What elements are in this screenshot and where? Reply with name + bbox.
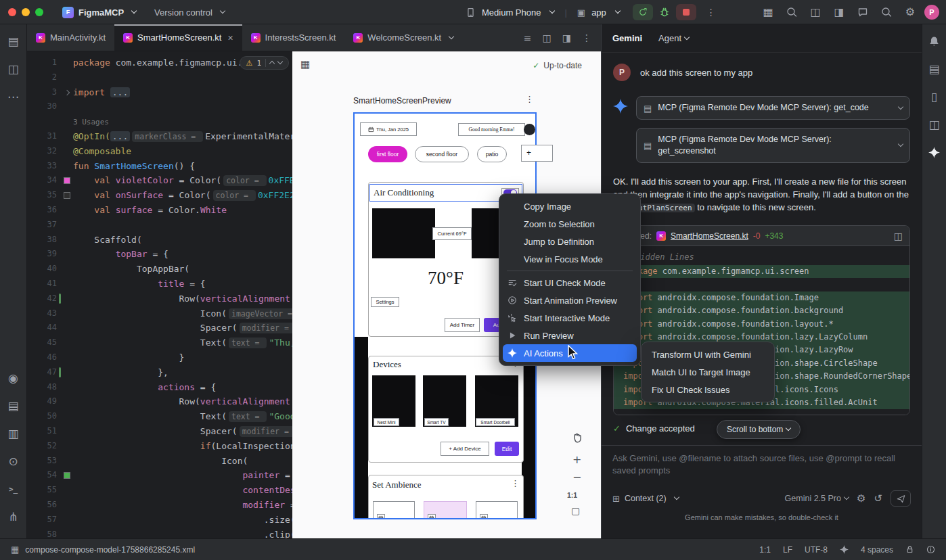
- search-everywhere-icon[interactable]: [880, 6, 893, 18]
- vcs-menu[interactable]: Version control: [154, 0, 225, 24]
- fold-expand-icon[interactable]: [64, 89, 70, 95]
- agent-selector[interactable]: Agent: [658, 33, 689, 43]
- more-actions-icon[interactable]: ⋮: [706, 7, 716, 17]
- tab-smarthomescreen-kt[interactable]: KSmartHomeScreen.kt×: [114, 24, 242, 51]
- code-line[interactable]: 44 Spacer(modifier = Modifier: [27, 321, 292, 335]
- layers-icon[interactable]: ▤: [3, 396, 24, 416]
- gemini-status-icon[interactable]: [840, 545, 849, 554]
- zoom-ratio-button[interactable]: 1:1: [567, 491, 577, 499]
- run-config-selector[interactable]: app: [591, 7, 606, 18]
- status-indent[interactable]: 4 spaces: [861, 545, 893, 555]
- menu-item-zoom-to-selection[interactable]: Zoom to Selection: [503, 215, 637, 233]
- status-zoom[interactable]: 1:1: [759, 545, 771, 555]
- settings-gear-icon[interactable]: ⚙: [904, 6, 916, 18]
- build-icon[interactable]: ▥: [3, 423, 24, 444]
- settings-gear-icon[interactable]: ⚙: [857, 494, 865, 504]
- feedback-chat-icon[interactable]: [857, 6, 869, 18]
- rerun-button[interactable]: [633, 4, 653, 20]
- menu-item-copy-image[interactable]: Copy Image: [503, 197, 637, 215]
- created-filename-link[interactable]: SmartHomeScreen.kt: [671, 231, 748, 241]
- code-line[interactable]: 56 modifier = Modifier: [27, 498, 292, 513]
- code-line[interactable]: 43 Icon(imageVector = Icons.Default: [27, 306, 292, 321]
- code-line[interactable]: 45 Text(text = "Thu, Jan 2025": [27, 335, 292, 350]
- color-swatch[interactable]: [64, 177, 70, 184]
- status-encoding[interactable]: UTF-8: [805, 545, 828, 555]
- scroll-to-bottom-button[interactable]: Scroll to bottom: [717, 420, 801, 439]
- tab-options-kebab-icon[interactable]: ⋮: [582, 33, 591, 43]
- preview-options-kebab-icon[interactable]: ⋮: [525, 95, 534, 103]
- close-tab-icon[interactable]: ×: [227, 32, 233, 43]
- problems-icon[interactable]: ⊙: [3, 451, 24, 471]
- code-line[interactable]: 37: [27, 218, 292, 233]
- tab-interestsscreen-kt[interactable]: KInterestsScreen.kt: [242, 24, 345, 51]
- tool-call-chip[interactable]: ▤MCP (Figma Remote Dev Mode MCP Server):…: [636, 96, 910, 120]
- settings-label[interactable]: Settings: [371, 297, 399, 307]
- menu-item-start-ui-check-mode[interactable]: Start UI Check Mode: [503, 274, 637, 291]
- lock-icon[interactable]: [905, 545, 914, 554]
- prev-problem-icon[interactable]: [269, 61, 275, 66]
- preview-sync-status[interactable]: ✓ Up-to-date: [533, 61, 582, 70]
- zoom-in-button[interactable]: +: [572, 454, 581, 465]
- close-window-button[interactable]: [8, 8, 16, 16]
- editor-list-icon[interactable]: ≡: [524, 33, 532, 43]
- tab-mainactivity-kt[interactable]: KMainActivity.kt: [27, 24, 114, 51]
- menu-item-view-in-focus-mode[interactable]: View in Focus Mode: [503, 250, 637, 268]
- menu-item-jump-to-definition[interactable]: Jump to Definition: [503, 233, 637, 250]
- gemini-tab[interactable]: Gemini: [612, 33, 642, 43]
- tool-call-chip[interactable]: ▤MCP (Figma Remote Dev Mode MCP Server):…: [636, 128, 910, 163]
- next-problem-icon[interactable]: [277, 59, 283, 64]
- inspections-widget[interactable]: ⚠ 1: [240, 56, 290, 70]
- code-line[interactable]: 2: [27, 70, 292, 85]
- code-line[interactable]: 57 .size(48.dp): [27, 513, 292, 528]
- commit-icon[interactable]: ◉: [3, 368, 24, 388]
- zoom-out-button[interactable]: −: [572, 472, 581, 483]
- menu-item-transform-ui-with-gemini[interactable]: Transform UI with Gemini: [645, 346, 771, 363]
- project-folder-icon[interactable]: ▤: [3, 31, 24, 51]
- stop-button[interactable]: [676, 4, 696, 20]
- code-line[interactable]: 38 Scaffold(: [27, 233, 292, 248]
- minimize-window-button[interactable]: [22, 8, 30, 16]
- more-tools-icon[interactable]: ⋯: [3, 87, 24, 107]
- tab-welcomescreen-kt[interactable]: KWelcomeScreen.kt: [344, 24, 462, 51]
- gemini-icon[interactable]: [924, 142, 945, 162]
- menu-item-start-animation-preview[interactable]: Start Animation Preview: [503, 291, 637, 309]
- layout-grid-icon[interactable]: ▦: [762, 6, 774, 18]
- add-timer-button[interactable]: Add Timer: [445, 318, 480, 332]
- notifications-icon[interactable]: [924, 31, 945, 51]
- code-line[interactable]: 34 val violetColor = Color(color = 0xFFB…: [27, 173, 292, 188]
- pull-requests-icon[interactable]: ◫: [3, 59, 24, 79]
- code-line[interactable]: 30: [27, 99, 292, 114]
- edit-button[interactable]: Edit: [495, 442, 519, 456]
- chip-first-floor[interactable]: first floor: [368, 146, 407, 162]
- code-line[interactable]: 3import ...: [27, 85, 292, 100]
- code-line[interactable]: 39 topBar = {: [27, 247, 292, 262]
- code-line[interactable]: 48 actions = {: [27, 380, 292, 395]
- code-line[interactable]: 33fun SmartHomeScreen() {: [27, 159, 292, 174]
- menu-item-run-preview[interactable]: Run Preview: [503, 327, 637, 344]
- code-line[interactable]: 52 if(LocalInspectionMode.current) {: [27, 439, 292, 454]
- menu-item-start-interactive-mode[interactable]: Start Interactive Mode: [503, 309, 637, 327]
- ambience-card[interactable]: [373, 501, 415, 519]
- code-line[interactable]: 46 }: [27, 350, 292, 365]
- zoom-fit-icon[interactable]: ▢: [571, 506, 580, 515]
- code-line[interactable]: 47 },: [27, 365, 292, 380]
- expand-chevron-icon[interactable]: [898, 141, 903, 147]
- toolwindow-right-icon[interactable]: ◨: [833, 6, 845, 18]
- device-selector[interactable]: Medium Phone: [482, 7, 541, 18]
- code-line[interactable]: 58 .clip(CircleShape): [27, 528, 292, 539]
- code-line[interactable]: 53 Icon(: [27, 454, 292, 469]
- add-floor-chip[interactable]: +: [521, 145, 553, 162]
- model-selector[interactable]: Gemini 2.5 Pro: [785, 494, 849, 503]
- code-line[interactable]: 31@OptIn(...markerClass = ExperimentalMa…: [27, 129, 292, 144]
- hidden-lines-row[interactable]: ≡ Hidden Lines: [614, 249, 909, 265]
- preview-title[interactable]: SmartHomeScreenPreview: [353, 96, 451, 106]
- history-icon[interactable]: ↺: [874, 494, 882, 504]
- info-icon[interactable]: [926, 545, 935, 554]
- expand-chevron-icon[interactable]: [898, 103, 903, 109]
- gemini-prompt-input[interactable]: [612, 452, 911, 484]
- chip-second-floor[interactable]: second floor: [415, 146, 469, 162]
- ambience-card[interactable]: [476, 501, 518, 519]
- menu-item-fix-ui-check-issues[interactable]: Fix UI Check Issues: [645, 381, 771, 398]
- split-editor-icon[interactable]: ◫: [543, 33, 551, 43]
- terminal-icon[interactable]: >_: [3, 479, 24, 499]
